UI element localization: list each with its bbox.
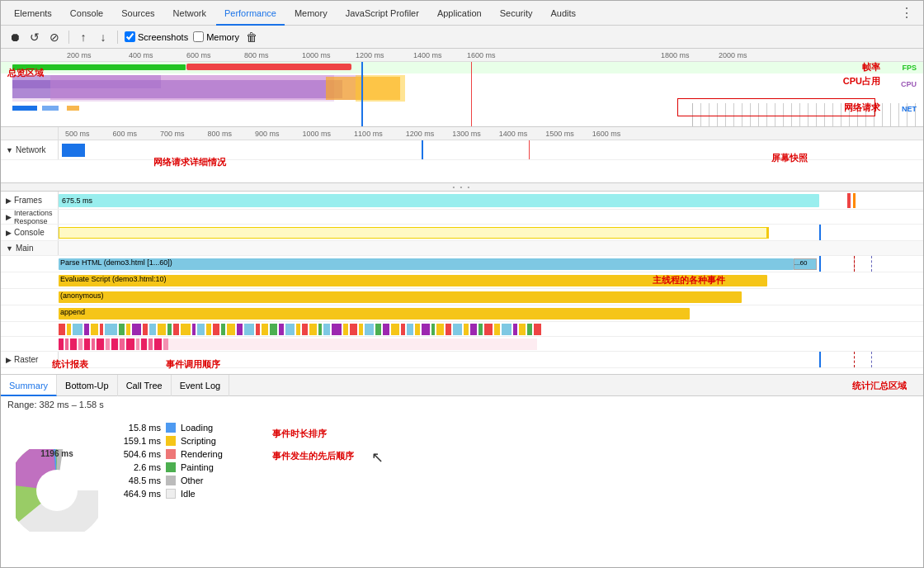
- reload-button[interactable]: ↺: [27, 30, 42, 45]
- interactions-label-text: Interactions Response: [14, 209, 58, 225]
- svg-rect-55: [431, 324, 435, 335]
- svg-rect-35: [270, 324, 277, 335]
- tick-1600: 1600 ms: [467, 51, 496, 59]
- svg-rect-28: [213, 324, 219, 335]
- annotation-event-call: 事件调用顺序: [166, 358, 220, 371]
- other-value: 48.5 ms: [120, 476, 161, 485]
- append-indent: [1, 305, 59, 321]
- tab-audits[interactable]: Audits: [542, 1, 584, 26]
- cpu-chart: [1, 73, 694, 103]
- frames-label-text: Frames: [14, 196, 42, 205]
- overview-panel: 200 ms 400 ms 600 ms 800 ms 1000 ms 1200…: [1, 49, 923, 127]
- tab-js-profiler[interactable]: JavaScript Profiler: [337, 1, 427, 26]
- tick-d-900: 900 ms: [255, 130, 280, 138]
- tick-d-500: 500 ms: [65, 130, 90, 138]
- detail-panel: 500 ms 600 ms 700 ms 800 ms 900 ms 1000 …: [1, 127, 923, 183]
- tick-d-1400: 1400 ms: [499, 130, 528, 138]
- memory-checkbox-label[interactable]: Memory: [193, 31, 239, 42]
- ruler-spacer: [1, 127, 59, 140]
- annotation-event-length: 事件时长排序: [272, 428, 354, 440]
- tick-2000: 2000 ms: [719, 51, 747, 59]
- record-button[interactable]: ⏺: [7, 30, 22, 45]
- parse-html-content: Parse HTML (demo3.html [1...60]) ...60: [59, 256, 923, 272]
- tick-d-700: 700 ms: [160, 130, 185, 138]
- more-tabs-button[interactable]: ⋮: [895, 5, 918, 21]
- svg-rect-29: [221, 324, 225, 335]
- annotation-network-detail: 网络请求详细情况: [153, 156, 226, 168]
- svg-rect-36: [279, 324, 284, 335]
- tab-elements[interactable]: Elements: [6, 1, 60, 26]
- tab-console[interactable]: Console: [62, 1, 111, 26]
- scripting-label: Scripting: [181, 436, 216, 446]
- screenshots-checkbox[interactable]: [125, 31, 135, 42]
- tick-1400: 1400 ms: [413, 51, 442, 59]
- screenshots-checkbox-label[interactable]: Screenshots: [125, 31, 188, 42]
- svg-rect-40: [309, 324, 317, 335]
- svg-rect-60: [470, 324, 477, 335]
- tab-application[interactable]: Application: [429, 1, 490, 26]
- svg-rect-31: [237, 324, 243, 335]
- append-bar[interactable]: append: [59, 308, 690, 320]
- tab-memory[interactable]: Memory: [286, 1, 336, 26]
- annotation-event-order: 事件发生的先后顺序: [272, 450, 354, 462]
- svg-rect-72: [70, 338, 77, 350]
- console-label-text: Console: [14, 228, 45, 237]
- net-chart: [1, 103, 692, 113]
- tab-network[interactable]: Network: [165, 1, 214, 26]
- idle-value: 464.9 ms: [120, 489, 161, 499]
- tab-security[interactable]: Security: [492, 1, 541, 26]
- loading-label: Loading: [181, 423, 213, 433]
- clear-button[interactable]: ⊘: [47, 30, 62, 45]
- interactions-track: ▶ Interactions Response: [1, 210, 923, 225]
- memory-checkbox[interactable]: [193, 31, 204, 42]
- svg-rect-11: [73, 324, 82, 335]
- parse-html-bar[interactable]: Parse HTML (demo3.html [1...60]): [59, 258, 794, 270]
- pie-chart: 1196 ms: [7, 419, 106, 561]
- anonymous-bar[interactable]: (anonymous): [59, 291, 742, 303]
- tab-performance[interactable]: Performance: [216, 1, 285, 26]
- anon-indent: [1, 289, 59, 305]
- stats-tab-call-tree[interactable]: Call Tree: [118, 375, 172, 396]
- frames-label[interactable]: ▶ Frames: [1, 192, 59, 209]
- svg-rect-37: [285, 324, 295, 335]
- console-mark: [767, 227, 769, 239]
- stats-tab-summary[interactable]: Summary: [1, 375, 57, 396]
- svg-rect-33: [256, 324, 260, 335]
- svg-rect-9: [59, 324, 65, 335]
- stats-tab-bottom-up[interactable]: Bottom-Up: [57, 375, 118, 396]
- svg-rect-56: [436, 324, 444, 335]
- legend-rendering: 504.6 ms Rendering: [120, 449, 223, 459]
- svg-rect-70: [59, 338, 64, 350]
- tab-sources[interactable]: Sources: [113, 1, 163, 26]
- svg-rect-16: [119, 324, 125, 335]
- svg-rect-45: [350, 324, 357, 335]
- console-label[interactable]: ▶ Console: [1, 225, 59, 240]
- main-label[interactable]: ▼ Main: [1, 241, 59, 255]
- rendering-value: 504.6 ms: [120, 449, 161, 459]
- svg-rect-15: [105, 324, 117, 335]
- tick-d-1000: 1000 ms: [303, 130, 332, 138]
- tick-d-1300: 1300 ms: [452, 130, 481, 138]
- download-button[interactable]: ↓: [96, 30, 111, 45]
- interactions-label[interactable]: ▶ Interactions Response: [1, 210, 59, 224]
- svg-rect-43: [332, 324, 342, 335]
- upload-button[interactable]: ↑: [76, 30, 91, 45]
- stats-tab-bar: Summary Bottom-Up Call Tree Event Log 统计…: [1, 375, 923, 396]
- raster-track: ▶ Raster: [1, 352, 923, 368]
- stats-annotations: 事件时长排序 事件发生的先后顺序 ↖: [272, 428, 354, 561]
- svg-point-93: [36, 470, 78, 511]
- memory-label: Memory: [206, 32, 239, 42]
- frames-bar: 675.5 ms: [59, 194, 819, 207]
- main-track-header: ▼ Main: [1, 241, 923, 256]
- raster-label[interactable]: ▶ Raster: [1, 352, 59, 367]
- label-fps: FPS: [902, 64, 917, 72]
- svg-rect-63: [494, 324, 500, 335]
- fps-row: [1, 62, 923, 73]
- svg-rect-77: [106, 338, 110, 350]
- stats-tab-event-log[interactable]: Event Log: [172, 375, 230, 396]
- trash-button[interactable]: 🗑: [244, 30, 259, 45]
- svg-rect-76: [97, 338, 104, 350]
- tick-1000: 1000 ms: [302, 51, 331, 59]
- svg-rect-62: [484, 324, 493, 335]
- total-time: 1196 ms: [7, 449, 106, 458]
